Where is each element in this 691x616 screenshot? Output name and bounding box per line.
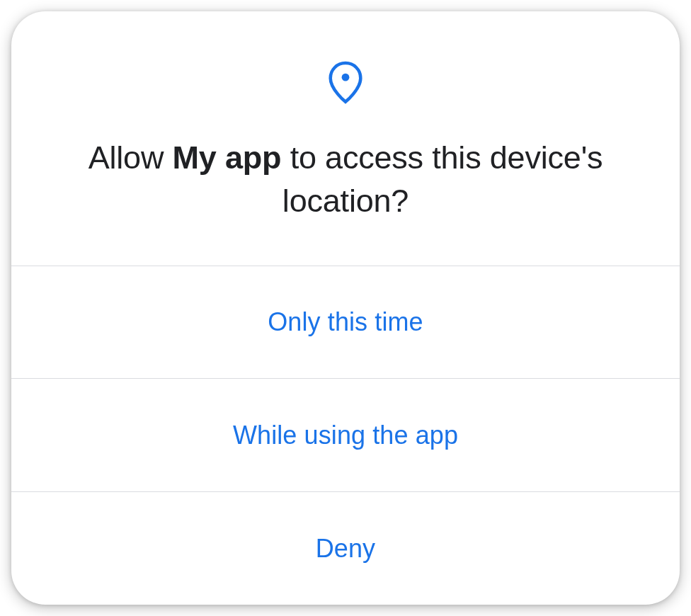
- while-using-app-button[interactable]: While using the app: [11, 378, 680, 491]
- option-label: Only this time: [268, 307, 423, 337]
- permission-dialog: Allow My app to access this device's loc…: [11, 11, 680, 605]
- title-suffix: to access this device's location?: [281, 139, 603, 219]
- option-label: While using the app: [233, 421, 458, 450]
- only-this-time-button[interactable]: Only this time: [11, 266, 680, 379]
- svg-point-0: [342, 74, 350, 81]
- app-name: My app: [173, 139, 282, 176]
- deny-button[interactable]: Deny: [11, 491, 680, 605]
- dialog-title: Allow My app to access this device's loc…: [54, 137, 637, 223]
- location-icon: [54, 61, 637, 105]
- dialog-options: Only this time While using the app Deny: [11, 266, 680, 605]
- dialog-header: Allow My app to access this device's loc…: [11, 11, 680, 266]
- title-prefix: Allow: [88, 139, 173, 176]
- option-label: Deny: [316, 534, 375, 564]
